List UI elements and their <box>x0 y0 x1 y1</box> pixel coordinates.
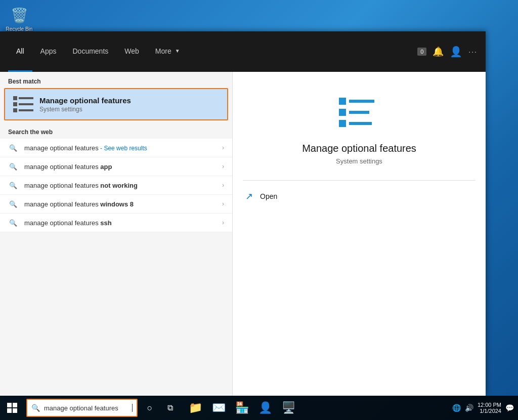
task-view-icon: ⧉ <box>167 403 173 412</box>
suggestion-not-working[interactable]: 🔍 manage optional features not working › <box>0 176 232 195</box>
search-cursor <box>132 404 133 412</box>
best-match-subtitle: System settings <box>39 106 219 113</box>
suggestion-text-2: manage optional features app <box>24 163 222 171</box>
tab-web-label: Web <box>124 47 139 55</box>
suggestion-text-3: manage optional features not working <box>24 182 222 189</box>
app-preview-icon <box>339 92 379 133</box>
search-icon-4: 🔍 <box>8 199 18 209</box>
left-panel: Best match <box>0 72 233 396</box>
taskbar-app-mail[interactable]: ✉️ <box>207 397 230 419</box>
network-icon[interactable]: 🌐 <box>452 404 461 412</box>
start-menu: All Apps Documents Web More ▼ 0 🔔 👤 <box>0 31 486 396</box>
store-icon: 🏪 <box>235 401 249 414</box>
best-match-text: Manage optional features System settings <box>39 96 219 113</box>
mail-icon: ✉️ <box>212 401 226 414</box>
explorer-icon: 📁 <box>189 401 202 414</box>
windows-logo-icon <box>7 403 17 413</box>
tab-web[interactable]: Web <box>116 31 147 72</box>
search-icon-3: 🔍 <box>8 180 18 190</box>
arrow-icon-1: › <box>222 144 224 151</box>
search-icon-2: 🔍 <box>8 161 18 172</box>
cortana-button[interactable]: ○ <box>140 398 160 418</box>
app-preview-title: Manage optional features <box>302 143 416 154</box>
chevron-down-icon: ▼ <box>175 48 180 54</box>
best-match-item[interactable]: Manage optional features System settings <box>4 88 228 120</box>
tab-documents[interactable]: Documents <box>64 31 116 72</box>
taskbar-app-settings[interactable]: 🖥️ <box>277 397 299 419</box>
arrow-icon-4: › <box>222 200 224 207</box>
settings-icon: 🖥️ <box>282 401 295 414</box>
notification-icon[interactable]: 🔔 <box>433 46 444 57</box>
search-icon-1: 🔍 <box>8 143 18 153</box>
start-menu-nav: All Apps Documents Web More ▼ 0 🔔 👤 <box>0 31 486 72</box>
taskbar-apps: 📁 ✉️ 🏪 👤 🖥️ <box>180 397 452 419</box>
nav-badge: 0 <box>417 48 426 56</box>
task-view-button[interactable]: ⧉ <box>160 398 180 418</box>
arrow-icon-2: › <box>222 163 224 170</box>
divider <box>243 180 476 181</box>
user-icon[interactable]: 👤 <box>450 46 462 58</box>
volume-icon[interactable]: 🔊 <box>465 404 473 412</box>
tab-all-label: All <box>16 47 24 55</box>
start-menu-content: Best match <box>0 72 486 396</box>
best-match-label: Best match <box>0 72 232 88</box>
app-preview-subtitle: System settings <box>336 157 382 165</box>
tab-all[interactable]: All <box>8 31 32 72</box>
tab-more[interactable]: More ▼ <box>147 31 188 72</box>
taskbar: 🔍 manage optional features ○ ⧉ 📁 ✉️ 🏪 👤 <box>0 396 518 420</box>
tab-apps[interactable]: Apps <box>32 31 65 72</box>
open-icon: ↗ <box>243 191 255 202</box>
suggestion-text-4: manage optional features windows 8 <box>24 200 222 208</box>
taskbar-search-text: manage optional features <box>44 404 132 412</box>
suggestion-windows8[interactable]: 🔍 manage optional features windows 8 › <box>0 195 232 214</box>
recycle-bin-icon: 🗑️ <box>9 5 29 25</box>
more-options-icon[interactable]: ··· <box>468 48 478 56</box>
tab-documents-label: Documents <box>72 47 108 55</box>
taskbar-app-explorer[interactable]: 📁 <box>184 397 206 419</box>
taskbar-app-store[interactable]: 🏪 <box>231 397 253 419</box>
arrow-icon-3: › <box>222 182 224 189</box>
suggestion-text-5: manage optional features ssh <box>24 219 222 227</box>
desktop-icon-recycle[interactable]: 🗑️ Recycle Bin <box>4 5 34 32</box>
start-button[interactable] <box>0 396 24 420</box>
taskbar-app-people[interactable]: 👤 <box>254 397 276 419</box>
tab-more-label: More <box>155 47 171 55</box>
tab-apps-label: Apps <box>40 47 57 55</box>
taskbar-search-icon: 🔍 <box>31 404 40 412</box>
taskbar-search-box[interactable]: 🔍 manage optional features <box>26 399 138 417</box>
desktop: 🗑️ Recycle Bin 📄 product conte... 🌐 Micr… <box>0 0 518 420</box>
notification-tray-icon[interactable]: 💬 <box>505 404 514 412</box>
taskbar-tray: 🌐 🔊 12:00 PM 1/1/2024 💬 <box>452 402 518 414</box>
nav-right: 0 🔔 👤 ··· <box>417 46 478 58</box>
suggestion-web-results[interactable]: 🔍 manage optional features - See web res… <box>0 139 232 157</box>
open-action[interactable]: ↗ Open <box>243 189 476 204</box>
clock: 12:00 PM 1/1/2024 <box>478 402 501 414</box>
people-icon: 👤 <box>258 401 272 414</box>
arrow-icon-5: › <box>222 219 224 226</box>
cortana-icon: ○ <box>147 403 153 413</box>
right-panel: Manage optional features System settings… <box>233 72 486 396</box>
suggestion-app[interactable]: 🔍 manage optional features app › <box>0 157 232 176</box>
search-icon-5: 🔍 <box>8 218 18 228</box>
suggestion-text-1: manage optional features - See web resul… <box>24 144 222 152</box>
suggestion-ssh[interactable]: 🔍 manage optional features ssh › <box>0 214 232 232</box>
open-label: Open <box>260 192 277 200</box>
web-search-label: Search the web <box>0 122 232 139</box>
best-match-title: Manage optional features <box>39 96 219 105</box>
manage-features-icon <box>13 94 33 114</box>
